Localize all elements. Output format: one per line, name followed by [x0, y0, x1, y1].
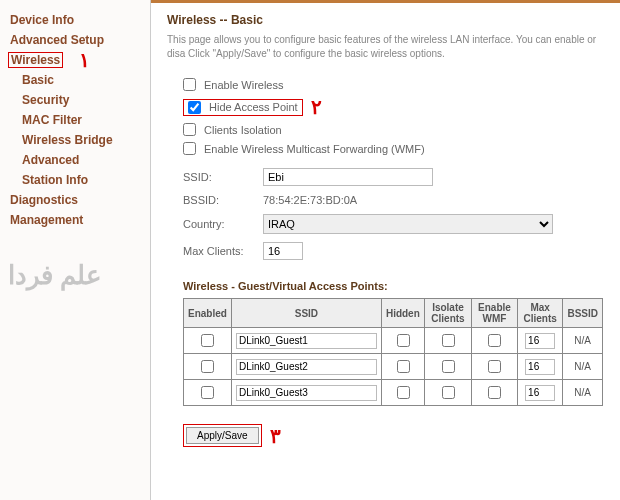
page-description: This page allows you to configure basic …	[167, 33, 608, 61]
sidebar: Device Info Advanced Setup Wireless ۱ Ba…	[0, 0, 150, 500]
enable-wireless-label: Enable Wireless	[204, 79, 283, 91]
nav-diagnostics[interactable]: Diagnostics	[8, 190, 142, 210]
nav-basic[interactable]: Basic	[8, 70, 142, 90]
vap-row: N/A	[184, 380, 603, 406]
max-clients-input[interactable]	[263, 242, 303, 260]
apply-save-button[interactable]: Apply/Save	[186, 427, 259, 444]
nav-advanced[interactable]: Advanced	[8, 150, 142, 170]
th-hidden: Hidden	[381, 299, 424, 328]
vap-enabled-checkbox[interactable]	[201, 360, 214, 373]
enable-wmf-checkbox[interactable]	[183, 142, 196, 155]
vap-section-title: Wireless - Guest/Virtual Access Points:	[183, 280, 608, 292]
vap-isolate-checkbox[interactable]	[442, 386, 455, 399]
nav-device-info[interactable]: Device Info	[8, 10, 142, 30]
th-ssid: SSID	[231, 299, 381, 328]
main-content: Wireless -- Basic This page allows you t…	[151, 0, 620, 500]
th-enabled: Enabled	[184, 299, 232, 328]
ssid-label: SSID:	[183, 171, 263, 183]
annotation-1: ۱	[79, 50, 90, 70]
clients-isolation-label: Clients Isolation	[204, 124, 282, 136]
nav-advanced-setup[interactable]: Advanced Setup	[8, 30, 142, 50]
th-wmf: Enable WMF	[472, 299, 518, 328]
vap-bssid: N/A	[563, 380, 603, 406]
annotation-2: ۲	[311, 97, 322, 117]
vap-hidden-checkbox[interactable]	[397, 334, 410, 347]
vap-isolate-checkbox[interactable]	[442, 334, 455, 347]
ssid-input[interactable]	[263, 168, 433, 186]
page-title: Wireless -- Basic	[167, 13, 608, 27]
th-max: Max Clients	[517, 299, 563, 328]
vap-enabled-checkbox[interactable]	[201, 386, 214, 399]
hide-ap-label: Hide Access Point	[209, 101, 298, 113]
nav-station-info[interactable]: Station Info	[8, 170, 142, 190]
enable-wireless-checkbox[interactable]	[183, 78, 196, 91]
th-isolate: Isolate Clients	[424, 299, 471, 328]
vap-ssid-input[interactable]	[236, 333, 377, 349]
country-label: Country:	[183, 218, 263, 230]
vap-bssid: N/A	[563, 328, 603, 354]
vap-table: Enabled SSID Hidden Isolate Clients Enab…	[183, 298, 603, 406]
vap-hidden-checkbox[interactable]	[397, 386, 410, 399]
vap-max-input[interactable]	[525, 359, 555, 375]
annotation-3: ۳	[270, 426, 281, 446]
vap-wmf-checkbox[interactable]	[488, 360, 501, 373]
vap-enabled-checkbox[interactable]	[201, 334, 214, 347]
vap-max-input[interactable]	[525, 385, 555, 401]
nav-wireless[interactable]: Wireless	[11, 53, 60, 67]
vap-wmf-checkbox[interactable]	[488, 334, 501, 347]
annotation-1-wrap: Wireless ۱	[8, 50, 142, 70]
bssid-label: BSSID:	[183, 194, 263, 206]
th-bssid: BSSID	[563, 299, 603, 328]
vap-max-input[interactable]	[525, 333, 555, 349]
vap-hidden-checkbox[interactable]	[397, 360, 410, 373]
clients-isolation-checkbox[interactable]	[183, 123, 196, 136]
bssid-value: 78:54:2E:73:BD:0A	[263, 194, 357, 206]
watermark: علم فردا	[8, 260, 142, 291]
enable-wmf-label: Enable Wireless Multicast Forwarding (WM…	[204, 143, 425, 155]
country-select[interactable]: IRAQ	[263, 214, 553, 234]
nav-wireless-bridge[interactable]: Wireless Bridge	[8, 130, 142, 150]
vap-isolate-checkbox[interactable]	[442, 360, 455, 373]
vap-row: N/A	[184, 328, 603, 354]
max-clients-label: Max Clients:	[183, 245, 263, 257]
nav-security[interactable]: Security	[8, 90, 142, 110]
nav-management[interactable]: Management	[8, 210, 142, 230]
hide-ap-checkbox[interactable]	[188, 101, 201, 114]
vap-bssid: N/A	[563, 354, 603, 380]
nav-mac-filter[interactable]: MAC Filter	[8, 110, 142, 130]
vap-ssid-input[interactable]	[236, 385, 377, 401]
vap-row: N/A	[184, 354, 603, 380]
vap-ssid-input[interactable]	[236, 359, 377, 375]
vap-wmf-checkbox[interactable]	[488, 386, 501, 399]
